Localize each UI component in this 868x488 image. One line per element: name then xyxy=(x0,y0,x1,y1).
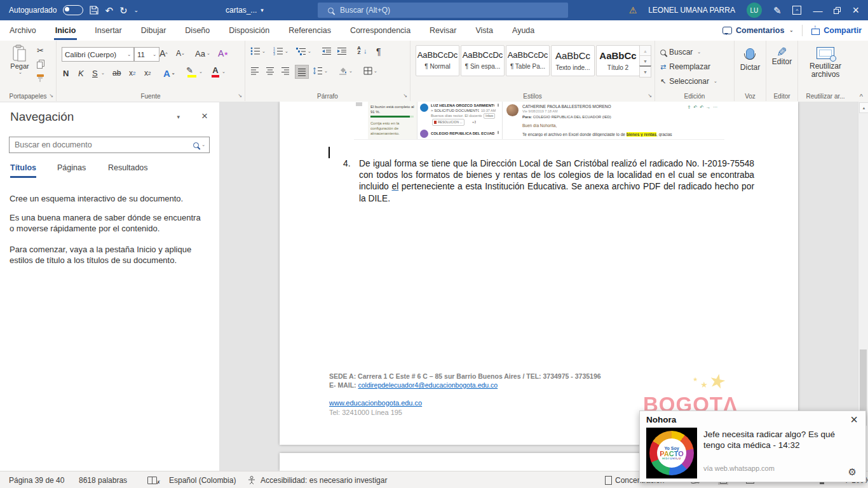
warning-icon[interactable]: ⚠ xyxy=(629,5,637,15)
style-normal[interactable]: AaBbCcDc¶ Normal xyxy=(416,45,459,76)
nav-search-input[interactable] xyxy=(10,140,193,149)
shading-button[interactable]: ⌄ xyxy=(338,67,353,75)
style-table-paragraph[interactable]: AaBbCcDc¶ Table Pa... xyxy=(506,45,550,76)
justify-button[interactable] xyxy=(295,65,309,79)
styles-gallery-more-icon[interactable]: ▼ xyxy=(639,65,651,78)
user-avatar[interactable]: LU xyxy=(747,3,762,18)
tab-ayuda[interactable]: Ayuda xyxy=(511,22,536,40)
language-indicator[interactable]: Español (Colombia) xyxy=(169,471,236,488)
minimize-button[interactable]: — xyxy=(813,6,822,15)
subscript-button[interactable]: x2 xyxy=(129,66,135,80)
pilcrow-button[interactable]: ¶ xyxy=(376,46,381,57)
document-page-1[interactable]: El buzón está completo al 91 %. Corrija … xyxy=(280,102,798,445)
underline-button[interactable]: S xyxy=(92,66,98,80)
tab-correspondencia[interactable]: Correspondencia xyxy=(349,22,412,40)
numbered-list-button[interactable]: 123⌄ xyxy=(273,47,288,55)
tab-inicio[interactable]: Inicio xyxy=(54,22,78,40)
style-indent-text[interactable]: AaBbCcTexto inde... xyxy=(551,45,595,76)
ribbon-display-options-icon[interactable]: ^ xyxy=(792,6,801,15)
bold-button[interactable]: N xyxy=(63,66,69,80)
line-spacing-button[interactable]: ⌄ xyxy=(313,67,328,75)
highlight-button[interactable]: ✎⌄ xyxy=(186,65,203,79)
close-button[interactable]: × xyxy=(852,6,859,15)
select-button[interactable]: ↖Seleccionar⌄ xyxy=(660,75,717,88)
replace-button[interactable]: ⇄Reemplazar xyxy=(660,60,710,73)
italic-button[interactable]: K xyxy=(78,66,84,80)
save-icon[interactable] xyxy=(90,6,98,15)
inking-icon[interactable]: ✎ xyxy=(773,6,782,15)
whatsapp-notification[interactable]: Nohora × Yo Soy PACTO HISTORICO Jefe nec… xyxy=(639,410,866,482)
grow-font-button[interactable]: A^ xyxy=(159,46,168,60)
tab-referencias[interactable]: Referencias xyxy=(287,22,332,40)
scrollbar-up-icon[interactable]: ▲ xyxy=(859,102,868,113)
increase-indent-button[interactable] xyxy=(337,47,347,55)
style-heading2[interactable]: AaBbCcTítulo 2 xyxy=(596,45,640,76)
decrease-indent-button[interactable] xyxy=(322,47,332,55)
nav-pane-dropdown-icon[interactable]: ▾ xyxy=(177,114,180,120)
align-right-button[interactable] xyxy=(281,67,290,75)
comments-button[interactable]: Comentarios ⌄ xyxy=(722,26,793,35)
find-button[interactable]: Buscar⌄ xyxy=(660,46,701,58)
superscript-button[interactable]: x2 xyxy=(144,66,151,80)
tab-diseno[interactable]: Diseño xyxy=(184,22,211,40)
dialog-launcher-icon[interactable]: ↘ xyxy=(49,93,53,98)
font-size-combo[interactable]: 11⌄ xyxy=(134,47,159,62)
tab-archivo[interactable]: Archivo xyxy=(8,22,37,40)
tab-revisar[interactable]: Revisar xyxy=(428,22,458,40)
customize-toolbar-icon[interactable]: ⌄ xyxy=(134,6,139,15)
notification-settings-icon[interactable]: ⚙ xyxy=(848,466,857,478)
tab-dibujar[interactable]: Dibujar xyxy=(140,22,168,40)
tab-disposicion[interactable]: Disposición xyxy=(227,22,271,40)
tab-vista[interactable]: Vista xyxy=(474,22,494,40)
autosave-toggle[interactable] xyxy=(63,5,83,15)
proofing-icon[interactable]: ✗ xyxy=(147,471,161,488)
align-left-button[interactable] xyxy=(250,67,259,75)
redo-icon[interactable]: ↻ xyxy=(119,6,128,15)
search-dropdown-icon[interactable]: ⌄ xyxy=(201,142,205,147)
paste-button[interactable]: Pegar ⌄ xyxy=(5,44,34,75)
cut-icon[interactable]: ✂ xyxy=(37,46,44,55)
notification-close-icon[interactable]: × xyxy=(850,412,858,427)
word-count[interactable]: 8618 palabras xyxy=(79,471,127,488)
accessibility-status[interactable]: Accesibilidad: es necesario investigar xyxy=(261,471,387,488)
style-no-spacing[interactable]: AaBbCcDc¶ Sin espa... xyxy=(461,45,505,76)
font-color-button[interactable]: A⌄ xyxy=(210,65,226,79)
clear-formatting-button[interactable]: A★ xyxy=(218,46,229,60)
strikethrough-button[interactable]: ab xyxy=(112,66,121,80)
share-button[interactable]: Compartir xyxy=(811,26,862,35)
nav-tab-titulos[interactable]: Títulos xyxy=(10,163,36,178)
underline-dropdown-icon[interactable]: ⌄ xyxy=(101,66,105,80)
tab-insertar[interactable]: Insertar xyxy=(93,22,123,40)
footer-email-link[interactable]: coldirepdelecuador4@educacionbogota.edu.… xyxy=(358,381,498,389)
align-center-button[interactable] xyxy=(266,67,275,75)
dialog-launcher-icon[interactable]: ↘ xyxy=(648,93,652,98)
text-effects-button[interactable]: A⌄ xyxy=(163,66,175,80)
page-indicator[interactable]: Página 39 de 40 xyxy=(9,471,64,488)
nav-tab-resultados[interactable]: Resultados xyxy=(108,163,148,176)
nav-search-box[interactable]: ⌄ xyxy=(9,137,210,153)
shrink-font-button[interactable]: A⌄ xyxy=(176,46,185,60)
font-name-combo[interactable]: Calibri (Cuerpo)⌄ xyxy=(62,47,134,62)
change-case-button[interactable]: Aa⌄ xyxy=(195,46,210,60)
undo-icon[interactable]: ↶ xyxy=(105,6,113,15)
titlebar-search[interactable]: Buscar (Alt+Q) xyxy=(318,3,568,18)
format-painter-icon[interactable] xyxy=(36,74,45,83)
highlighted-text: bienes y rentas xyxy=(627,132,656,137)
dialog-launcher-icon[interactable]: ↘ xyxy=(403,93,407,98)
reuse-files-button[interactable]: Reutilizar archivos xyxy=(798,47,853,79)
editor-button[interactable]: ✎ Editor xyxy=(766,48,797,66)
nav-tab-paginas[interactable]: Páginas xyxy=(57,163,86,176)
document-title[interactable]: cartas_... ▾ xyxy=(226,0,264,20)
footer-website-link[interactable]: www.educacionbogota.edu.co xyxy=(329,399,422,407)
copy-icon[interactable] xyxy=(37,60,44,69)
document-paragraph-4[interactable]: 4. De igual forma se tiene que la Direcc… xyxy=(343,158,756,205)
dictate-button[interactable]: Dictar xyxy=(735,48,766,72)
dialog-launcher-icon[interactable]: ↘ xyxy=(238,93,242,98)
sort-button[interactable]: AZ xyxy=(357,46,361,55)
collapse-ribbon-icon[interactable]: ^ xyxy=(860,93,863,100)
restore-button[interactable] xyxy=(834,7,841,14)
multilevel-list-button[interactable]: ⌄ xyxy=(296,47,311,55)
bullet-list-button[interactable]: ⌄ xyxy=(250,47,266,55)
nav-pane-close-icon[interactable]: × xyxy=(201,110,208,123)
borders-button[interactable]: ⌄ xyxy=(363,67,377,75)
